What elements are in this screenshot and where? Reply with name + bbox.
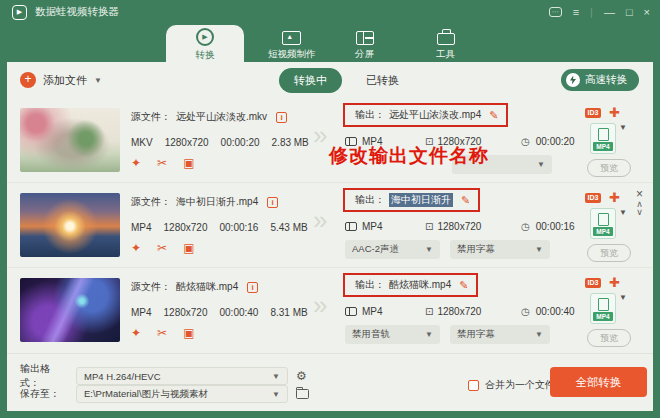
info-icon[interactable]: i — [267, 197, 278, 208]
source-resolution: 1280x720 — [164, 222, 208, 233]
tab-split-screen[interactable]: 分屏 — [355, 28, 374, 61]
convert-icon: ▶ — [196, 28, 214, 46]
chevron-down-icon[interactable]: ▼ — [619, 123, 627, 132]
feedback-icon[interactable]: ⋯ — [549, 7, 562, 17]
resolution-icon: ⊡ — [425, 306, 433, 317]
split-plus-icon[interactable]: ✚ — [609, 275, 620, 290]
file-row: 源文件： 海中初日渐升.mp4 i MP4 1280x720 00:00:16 … — [7, 183, 653, 268]
briefcase-icon — [437, 33, 455, 45]
preview-button[interactable]: 预览 — [587, 159, 631, 177]
preview-button[interactable]: 预览 — [587, 329, 631, 347]
source-size: 5.43 MB — [270, 222, 307, 233]
menu-icon[interactable]: ≡ — [573, 6, 579, 18]
subtitle-dropdown[interactable]: 禁用字幕 ▼ — [450, 240, 550, 259]
arrow-icon: » — [313, 120, 321, 151]
format-icon — [345, 222, 357, 231]
crop-icon[interactable]: ▣ — [183, 156, 194, 170]
cut-icon[interactable]: ✂ — [157, 326, 167, 340]
edit-pencil-icon[interactable]: ✎ — [489, 109, 498, 122]
high-speed-convert-button[interactable]: 高速转换 — [561, 69, 639, 91]
clock-icon: ◷ — [521, 136, 530, 147]
preview-button[interactable]: 预览 — [587, 244, 631, 262]
output-duration: 00:00:40 — [536, 306, 575, 317]
id3-tag-icon[interactable]: ID3 — [585, 108, 601, 118]
output-label: 输出： — [355, 278, 385, 292]
add-file-button[interactable]: + 添加文件 ▼ — [20, 72, 102, 88]
chevron-down-icon[interactable]: ▼ — [619, 208, 627, 217]
tab-label: 工具 — [436, 48, 455, 61]
output-label: 输出： — [355, 193, 385, 207]
folder-icon[interactable] — [296, 389, 309, 399]
output-filename-selected[interactable]: 海中初日渐升 — [389, 193, 453, 207]
split-screen-icon — [356, 31, 374, 45]
source-label: 源文件： — [131, 195, 171, 209]
info-icon[interactable]: i — [247, 282, 258, 293]
video-thumbnail[interactable] — [20, 108, 120, 172]
arrow-icon: » — [313, 205, 321, 236]
tab-converted[interactable]: 已转换 — [366, 73, 399, 88]
maximize-button[interactable]: □ — [626, 6, 633, 18]
source-duration: 00:00:16 — [220, 222, 259, 233]
tab-tools[interactable]: 工具 — [436, 28, 455, 61]
split-plus-icon[interactable]: ✚ — [609, 105, 620, 120]
output-name-highlight: 输出： 远处平山浓淡改.mp4 ✎ — [343, 103, 508, 127]
output-format-dropdown[interactable]: MP4 H.264/HEVC ▼ — [76, 367, 288, 385]
convert-all-button[interactable]: 全部转换 — [550, 367, 647, 397]
close-button[interactable]: × — [644, 6, 650, 18]
lightning-icon — [566, 73, 580, 87]
chevron-down-icon: ▼ — [272, 372, 280, 381]
output-name-highlight: 输出： 海中初日渐升 ✎ — [343, 188, 480, 212]
info-icon[interactable]: i — [276, 112, 287, 123]
edit-pencil-icon[interactable]: ✎ — [461, 194, 470, 207]
output-duration: 00:00:20 — [536, 136, 575, 147]
merge-checkbox[interactable] — [468, 380, 479, 391]
effects-icon[interactable]: ✦ — [131, 156, 141, 170]
edit-pencil-icon[interactable]: ✎ — [459, 279, 468, 292]
save-to-label: 保存至： — [20, 387, 68, 401]
output-filename[interactable]: 酷炫猫咪.mp4 — [389, 278, 451, 292]
audio-track-dropdown[interactable]: AAC-2声道 ▼ — [345, 240, 440, 259]
file-row: 源文件： 远处平山浓淡改.mkv i MKV 1280x720 00:00:20… — [7, 98, 653, 183]
output-name-highlight: 输出： 酷炫猫咪.mp4 ✎ — [343, 273, 478, 297]
list-toolbar: + 添加文件 ▼ 转换中 已转换 高速转换 — [7, 62, 653, 98]
save-path-dropdown[interactable]: E:\PrMaterial\图片与视频素材 ▼ — [76, 385, 288, 403]
tab-label: 分屏 — [355, 48, 374, 61]
tab-converting[interactable]: 转换中 — [279, 68, 342, 93]
output-format-button[interactable]: MP4 — [590, 123, 616, 154]
split-plus-icon[interactable]: ✚ — [609, 190, 620, 205]
output-format-button[interactable]: MP4 — [590, 293, 616, 324]
tab-short-video[interactable]: 短视频制作 — [268, 28, 316, 61]
cut-icon[interactable]: ✂ — [157, 241, 167, 255]
annotation-text: 修改输出文件名称 — [329, 143, 489, 169]
output-format-button[interactable]: MP4 — [590, 208, 616, 239]
output-resolution: 1280x720 — [437, 221, 481, 232]
arrow-icon: » — [313, 290, 321, 321]
cut-icon[interactable]: ✂ — [157, 156, 167, 170]
effects-icon[interactable]: ✦ — [131, 326, 141, 340]
chevron-down-icon: ▼ — [535, 330, 543, 339]
gear-icon[interactable]: ⚙ — [296, 369, 307, 383]
video-thumbnail[interactable] — [20, 193, 120, 257]
titlebar: ▶ 数据蛙视频转换器 ⋯ ≡ | — □ × — [0, 0, 660, 24]
audio-track-dropdown[interactable]: 禁用音轨 ▼ — [345, 325, 440, 344]
source-label: 源文件： — [131, 280, 171, 294]
effects-icon[interactable]: ✦ — [131, 241, 141, 255]
subtitle-dropdown[interactable]: 禁用字幕 ▼ — [450, 325, 550, 344]
chevron-down-icon[interactable]: ▼ — [619, 293, 627, 302]
crop-icon[interactable]: ▣ — [183, 326, 194, 340]
id3-tag-icon[interactable]: ID3 — [585, 193, 601, 203]
source-resolution: 1280x720 — [164, 307, 208, 318]
tv-icon — [282, 31, 301, 45]
source-format: MP4 — [131, 307, 152, 318]
source-label: 源文件： — [131, 110, 171, 124]
video-thumbnail[interactable] — [20, 278, 120, 342]
move-down-icon[interactable]: ∨ — [636, 208, 643, 216]
output-filename[interactable]: 远处平山浓淡改.mp4 — [389, 108, 481, 122]
tab-convert[interactable]: ▶ 转换 — [166, 25, 244, 62]
crop-icon[interactable]: ▣ — [183, 241, 194, 255]
source-filename: 海中初日渐升.mp4 — [176, 195, 258, 209]
titlebar-divider: | — [590, 6, 593, 18]
source-format: MP4 — [131, 222, 152, 233]
minimize-button[interactable]: — — [604, 6, 615, 18]
id3-tag-icon[interactable]: ID3 — [585, 278, 601, 288]
